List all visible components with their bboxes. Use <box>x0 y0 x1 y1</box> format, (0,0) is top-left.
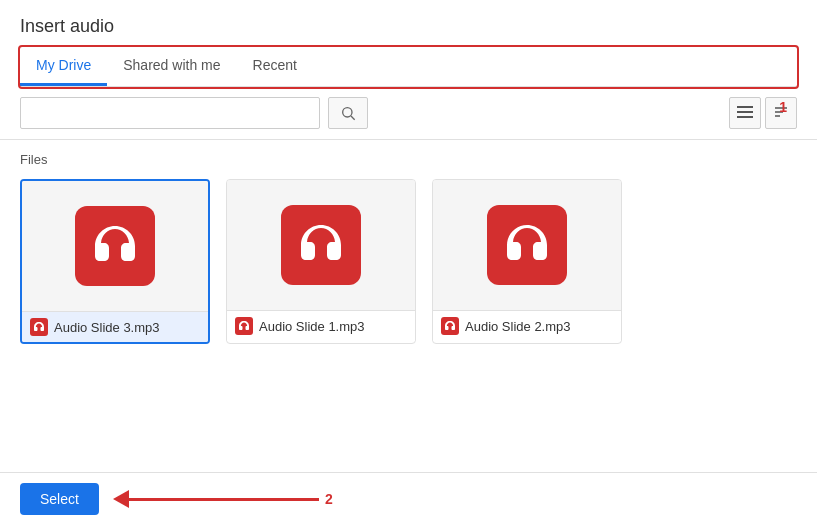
file-preview-1 <box>227 180 415 310</box>
dialog-title: Insert audio <box>0 0 817 47</box>
file-preview-0 <box>22 181 208 311</box>
svg-rect-2 <box>737 106 753 108</box>
headphones-icon-2 <box>502 220 552 270</box>
files-grid: Audio Slide 3.mp3 <box>20 179 797 344</box>
tab-recent[interactable]: Recent <box>237 47 313 86</box>
file-name-1: Audio Slide 1.mp3 <box>259 319 365 334</box>
tab-shared-with-me[interactable]: Shared with me <box>107 47 236 86</box>
dialog-footer: Select 2 <box>0 472 817 525</box>
search-input[interactable] <box>20 97 320 129</box>
file-name-2: Audio Slide 2.mp3 <box>465 319 571 334</box>
svg-rect-4 <box>737 116 753 118</box>
file-footer-1: Audio Slide 1.mp3 <box>227 310 415 341</box>
audio-icon-large-0 <box>75 206 155 286</box>
insert-audio-dialog: Insert audio My Drive Shared with me Rec… <box>0 0 817 525</box>
file-name-0: Audio Slide 3.mp3 <box>54 320 160 335</box>
file-card-0[interactable]: Audio Slide 3.mp3 <box>20 179 210 344</box>
headphones-icon-1 <box>296 220 346 270</box>
arrow-line <box>129 498 319 501</box>
tabs-container: My Drive Shared with me Recent <box>20 47 797 87</box>
file-card-1[interactable]: Audio Slide 1.mp3 <box>226 179 416 344</box>
file-card-2[interactable]: Audio Slide 2.mp3 <box>432 179 622 344</box>
search-bar <box>0 87 817 140</box>
select-button[interactable]: Select <box>20 483 99 515</box>
list-icon <box>737 106 753 120</box>
headphones-small-2 <box>444 320 456 332</box>
headphones-small-1 <box>238 320 250 332</box>
svg-rect-3 <box>737 111 753 113</box>
arrow-head <box>113 490 129 508</box>
list-view-button[interactable] <box>729 97 761 129</box>
audio-icon-small-0 <box>30 318 48 336</box>
audio-icon-small-1 <box>235 317 253 335</box>
file-preview-2 <box>433 180 621 310</box>
file-footer-2: Audio Slide 2.mp3 <box>433 310 621 341</box>
annotation-1-label: 1 <box>779 99 787 115</box>
search-button[interactable] <box>328 97 368 129</box>
annotation-arrow: 2 <box>113 490 333 508</box>
files-section: Files Audio Slide <box>0 140 817 472</box>
audio-icon-large-2 <box>487 205 567 285</box>
svg-point-0 <box>343 108 352 117</box>
headphones-icon-0 <box>90 221 140 271</box>
headphones-small-0 <box>33 321 45 333</box>
svg-line-1 <box>351 116 355 120</box>
search-icon <box>340 105 356 121</box>
audio-icon-large-1 <box>281 205 361 285</box>
file-footer-0: Audio Slide 3.mp3 <box>22 311 208 342</box>
files-label: Files <box>20 152 797 167</box>
audio-icon-small-2 <box>441 317 459 335</box>
tabs: My Drive Shared with me Recent <box>20 47 797 86</box>
tab-my-drive[interactable]: My Drive <box>20 47 107 86</box>
annotation-2-label: 2 <box>325 491 333 507</box>
